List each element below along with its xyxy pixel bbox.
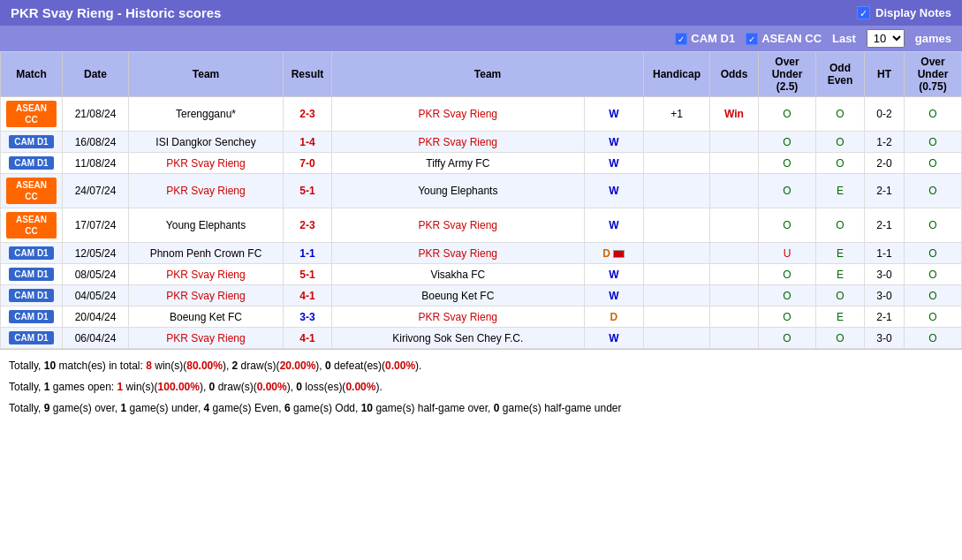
team1-cell: Boeung Ket FC [129,306,284,328]
match-badge-cell: CAM D1 [1,264,63,285]
odd-even-cell: O [816,328,865,349]
team2-cell: PKR Svay Rieng [332,208,585,243]
date-cell: 04/05/24 [63,285,129,306]
table-row: CAM D120/04/24Boeung Ket FC3-3PKR Svay R… [1,306,962,328]
over-under-cell: O [759,208,816,243]
score-cell: 1-4 [284,132,332,153]
over-under-cell: U [759,243,816,264]
ht-cell: 2-1 [865,306,905,328]
camd1-badge: CAM D1 [9,156,53,170]
team1-cell: Terengganu* [129,97,284,132]
result-cell: W [584,97,643,132]
ht-cell: 2-0 [865,153,905,174]
over-under2-cell: O [905,285,962,306]
team1-cell: PKR Svay Rieng [129,264,284,285]
win-pct: 80.00% [186,359,223,372]
team2-cell: Young Elephants [332,174,585,208]
over-under2-cell: O [905,174,962,208]
table-row: ASEAN CC21/08/24Terengganu*2-3PKR Svay R… [1,97,962,132]
odd-even-cell: O [816,153,865,174]
display-notes-control[interactable]: ✓ Display Notes [857,6,951,19]
team2-cell: PKR Svay Rieng [332,243,585,264]
over-under2-cell: O [905,132,962,153]
camd1-badge: CAM D1 [9,246,53,260]
col-team1: Team [129,52,284,97]
odd-even-cell: O [816,132,865,153]
match-badge-cell: CAM D1 [1,153,63,174]
team2-cell: PKR Svay Rieng [332,97,585,132]
team2-cell: Boeung Ket FC [332,285,585,306]
open-win-pct: 100.00% [158,381,200,393]
match-badge-cell: CAM D1 [1,328,63,349]
team1-cell: ISI Dangkor Senchey [129,132,284,153]
match-badge-cell: CAM D1 [1,243,63,264]
odd-even-cell: E [816,306,865,328]
odd-even-cell: O [816,97,865,132]
match-badge-cell: CAM D1 [1,306,63,328]
match-badge-cell: CAM D1 [1,132,63,153]
ht-cell: 1-2 [865,132,905,153]
team1-cell: Phnom Penh Crown FC [129,243,284,264]
odds-cell [710,208,759,243]
result-cell: W [584,208,643,243]
date-cell: 17/07/24 [63,208,129,243]
display-notes-checkbox[interactable]: ✓ [857,6,870,19]
camd1-badge: CAM D1 [9,331,53,344]
col-over-under2: Over Under (0.75) [905,52,962,97]
cam-d1-checkbox[interactable]: ✓ [675,33,687,45]
team1-cell: Young Elephants [129,208,284,243]
odd-even-cell: E [816,174,865,208]
open-wins: 1 [117,381,124,393]
asean-badge: ASEAN CC [6,101,57,127]
odds-cell [710,132,759,153]
table-row: CAM D104/05/24PKR Svay Rieng4-1Boeung Ke… [1,285,962,306]
date-cell: 06/04/24 [63,328,129,349]
table-row: CAM D108/05/24PKR Svay Rieng5-1Visakha F… [1,264,962,285]
page-title: PKR Svay Rieng - Historic scores [11,5,221,20]
score-cell: 5-1 [284,264,332,285]
date-cell: 24/07/24 [63,174,129,208]
camd1-badge: CAM D1 [9,289,53,302]
team1-cell: PKR Svay Rieng [129,285,284,306]
draw-pct: 20.00% [280,359,316,372]
asean-cc-filter[interactable]: ✓ ASEAN CC [746,32,822,45]
score-cell: 2-3 [284,97,332,132]
total-matches: 10 [44,359,56,372]
result-cell: D [584,243,643,264]
result-cell: W [584,153,643,174]
odds-cell [710,264,759,285]
over-under2-cell: O [905,328,962,349]
date-cell: 20/04/24 [63,306,129,328]
asean-cc-label: ASEAN CC [761,32,822,45]
handicap-cell [644,328,710,349]
table-row: ASEAN CC24/07/24PKR Svay Rieng5-1Young E… [1,174,962,208]
team1-cell: PKR Svay Rieng [129,153,284,174]
asean-cc-checkbox[interactable]: ✓ [746,33,758,45]
cam-d1-filter[interactable]: ✓ CAM D1 [675,32,735,45]
table-row: CAM D116/08/24ISI Dangkor Senchey1-4PKR … [1,132,962,153]
odd-even-cell: E [816,243,865,264]
col-handicap: Handicap [644,52,710,97]
team1-cell: PKR Svay Rieng [129,174,284,208]
handicap-cell [644,174,710,208]
odds-cell [710,285,759,306]
col-date: Date [63,52,129,97]
result-cell: W [584,264,643,285]
ht-cell: 1-1 [865,243,905,264]
summary-line2: Totally, 1 games open: 1 win(s)(100.00%)… [9,376,953,397]
match-badge-cell: ASEAN CC [1,208,63,243]
date-cell: 21/08/24 [63,97,129,132]
col-match: Match [1,52,63,97]
handicap-cell [644,306,710,328]
over-under-cell: O [759,328,816,349]
date-cell: 08/05/24 [63,264,129,285]
open-draws: 0 [209,381,216,393]
team2-cell: Visakha FC [332,264,585,285]
ht-cell: 3-0 [865,285,905,306]
result-cell: W [584,132,643,153]
score-cell: 5-1 [284,174,332,208]
summary-section: Totally, 10 match(es) in total: 8 win(s)… [0,349,962,424]
last-games-select[interactable]: 5 10 15 20 All [867,29,905,48]
handicap-cell [644,285,710,306]
table-row: CAM D112/05/24Phnom Penh Crown FC1-1PKR … [1,243,962,264]
